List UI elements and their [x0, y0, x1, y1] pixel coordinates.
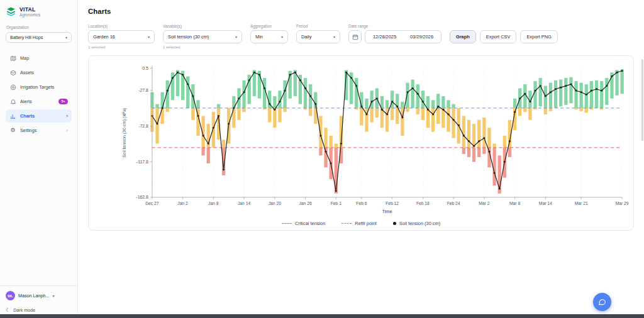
variable-filter-group: Variable(s) Soil tension (30 cm) ▾ 1 sel…	[163, 24, 242, 49]
chat-fab-button[interactable]	[593, 293, 611, 311]
legend-label: Critical tension	[295, 221, 325, 226]
chevron-right-icon: ›	[66, 128, 68, 133]
soil-tension-chart[interactable]: 0.5-27.8-72.8-117.8-162.8Dec 27Jan 2Jan …	[91, 61, 631, 219]
chart-legend: Critical tensionRefill pointSoil tension…	[91, 221, 631, 226]
variable-select[interactable]: Soil tension (30 cm) ▾	[163, 30, 242, 43]
sidebar-item-label: Map	[20, 55, 29, 61]
sidebar-nav: Map Assets Irrigation Targets Alerts 5+	[6, 52, 72, 137]
sidebar-item-label: Irrigation Targets	[20, 84, 54, 90]
assets-icon	[9, 69, 16, 76]
chevron-down-icon: ▾	[65, 35, 67, 40]
svg-text:Mar 2: Mar 2	[479, 201, 489, 206]
svg-text:Mar 21: Mar 21	[575, 201, 588, 206]
aggregation-value: Min	[255, 34, 263, 40]
svg-text:Soil tension (30 cm) (kPa): Soil tension (30 cm) (kPa)	[122, 107, 127, 157]
gear-icon: ⚙	[9, 127, 16, 134]
sidebar-item-map[interactable]: Map	[6, 52, 72, 65]
brand-name: VITAL	[19, 6, 40, 13]
avatar: ML	[6, 291, 15, 300]
filter-bar: Location(s) Garden 16 ▾ 1 selected Varia…	[88, 24, 634, 49]
variable-label: Variable(s)	[163, 24, 242, 28]
user-menu[interactable]: ML Mason Lanph... ▾	[6, 291, 72, 300]
sidebar-item-label: Charts	[20, 113, 35, 119]
sidebar-item-label: Alerts	[20, 99, 32, 104]
map-icon	[9, 55, 16, 62]
svg-text:Feb 24: Feb 24	[447, 201, 460, 206]
black-dot-swatch	[393, 222, 396, 225]
dark-mode-toggle[interactable]: ☾ Dark mode	[6, 307, 72, 313]
legend-item: Refill point	[341, 221, 377, 226]
svg-text:0.5: 0.5	[142, 66, 148, 70]
svg-text:Jan 8: Jan 8	[208, 201, 219, 206]
alerts-count-badge: 5+	[58, 99, 68, 104]
location-value: Garden 16	[93, 34, 115, 40]
location-selected-caption: 1 selected	[88, 45, 155, 49]
variable-value: Soil tension (30 cm)	[168, 34, 209, 40]
svg-text:Time: Time	[382, 209, 392, 214]
sidebar-item-alerts[interactable]: Alerts 5+	[6, 95, 72, 108]
date-start-input[interactable]: 12/28/2025	[373, 34, 396, 40]
svg-text:-27.8: -27.8	[138, 88, 148, 92]
aggregation-filter-group: Aggregation Min ▾	[250, 24, 288, 43]
date-range-field: 12/28/2025 03/29/2026	[365, 30, 441, 43]
legend-item: Soil tension (30 cm)	[393, 221, 440, 226]
chevron-down-icon: ▾	[148, 35, 150, 39]
svg-text:Dec 27: Dec 27	[145, 201, 159, 206]
brand-subtitle: Agronomics	[19, 13, 40, 17]
period-label: Period	[296, 24, 340, 28]
chart-card: 0.5-27.8-72.8-117.8-162.8Dec 27Jan 2Jan …	[88, 55, 634, 231]
chevron-down-icon: ▾	[235, 35, 237, 39]
calendar-button[interactable]	[348, 30, 362, 43]
sidebar-item-label: Assets	[20, 70, 34, 75]
action-buttons: Graph Export CSV Export PNG	[450, 24, 558, 43]
svg-text:Jan 20: Jan 20	[269, 201, 281, 206]
period-filter-group: Period Daily ▾	[296, 24, 340, 43]
graph-button[interactable]: Graph	[450, 30, 476, 43]
period-select[interactable]: Daily ▾	[296, 30, 340, 43]
horizontal-scrollbar[interactable]	[0, 314, 644, 318]
chevron-down-icon: ▾	[281, 35, 283, 39]
aggregation-label: Aggregation	[250, 24, 288, 28]
svg-text:-72.8: -72.8	[138, 124, 148, 128]
export-png-button[interactable]: Export PNG	[520, 30, 557, 43]
svg-text:Jan 14: Jan 14	[238, 201, 250, 206]
date-range-group: Date range 12/28/2025 03/29/2026	[348, 24, 441, 43]
svg-text:Mar 29: Mar 29	[616, 201, 629, 206]
svg-text:Jan 2: Jan 2	[177, 201, 188, 206]
location-label: Location(s)	[88, 24, 155, 28]
period-value: Daily	[301, 34, 311, 40]
app-window: VITAL Agronomics Organization Battery Hi…	[0, 0, 644, 318]
bar-chart-icon	[9, 112, 16, 119]
export-csv-button[interactable]: Export CSV	[480, 30, 517, 43]
vertical-scrollbar[interactable]	[641, 59, 643, 141]
organization-value: Battery Hill Hops	[10, 35, 43, 40]
date-end-input[interactable]: 03/29/2026	[410, 34, 433, 40]
user-name: Mason Lanph...	[18, 293, 50, 299]
svg-text:Jan 26: Jan 26	[299, 201, 311, 206]
sidebar-item-settings[interactable]: ⚙ Settings ›	[6, 124, 72, 137]
legend-item: Critical tension	[282, 221, 325, 226]
svg-text:Mar 8: Mar 8	[509, 201, 520, 206]
sidebar-item-charts[interactable]: Charts ›	[6, 109, 72, 123]
location-select[interactable]: Garden 16 ▾	[88, 30, 155, 43]
chevron-down-icon: ▾	[333, 35, 335, 39]
location-filter-group: Location(s) Garden 16 ▾ 1 selected	[88, 24, 155, 49]
sidebar-item-assets[interactable]: Assets	[6, 66, 72, 79]
chat-bubble-icon	[598, 298, 606, 306]
sidebar-item-irrigation-targets[interactable]: Irrigation Targets	[6, 80, 72, 94]
aggregation-select[interactable]: Min ▾	[250, 30, 288, 43]
moon-icon: ☾	[6, 308, 10, 313]
main-content: Charts Location(s) Garden 16 ▾ 1 selecte…	[78, 0, 644, 318]
date-range-label: Date range	[348, 24, 441, 28]
svg-text:-162.8: -162.8	[136, 195, 148, 199]
target-icon	[9, 84, 16, 90]
variable-selected-caption: 1 selected	[163, 45, 242, 49]
sidebar-item-label: Settings	[20, 128, 36, 133]
brand: VITAL Agronomics	[6, 6, 72, 17]
svg-text:Feb 12: Feb 12	[386, 201, 399, 206]
organization-select[interactable]: Battery Hill Hops ▾	[6, 32, 72, 43]
chevron-right-icon: ›	[66, 114, 68, 119]
svg-text:Mar 14: Mar 14	[539, 201, 552, 206]
legend-label: Soil tension (30 cm)	[399, 221, 440, 226]
dark-mode-label: Dark mode	[13, 307, 35, 313]
